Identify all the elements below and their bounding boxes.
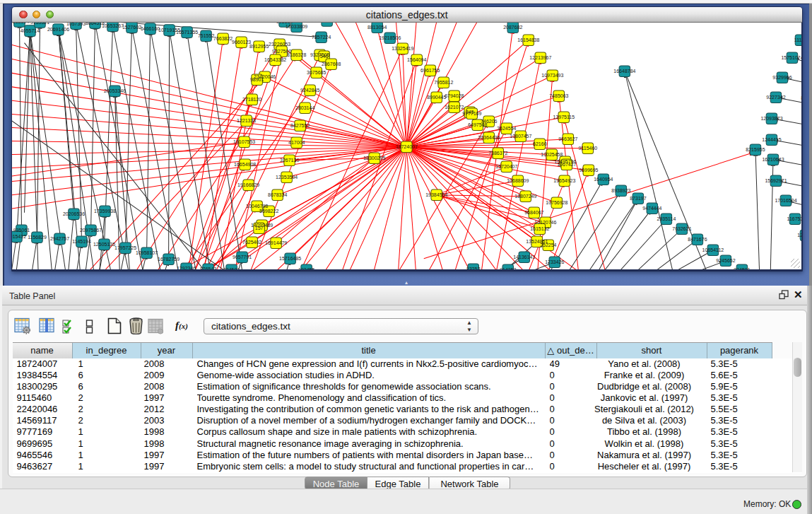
svg-text:3267130: 3267130: [280, 158, 299, 163]
svg-text:1067427: 1067427: [557, 162, 576, 167]
svg-text:20975867: 20975867: [80, 228, 102, 233]
svg-text:2087682: 2087682: [503, 25, 522, 30]
svg-text:19166829: 19166829: [237, 182, 259, 187]
svg-text:3675685: 3675685: [307, 70, 326, 75]
svg-text:15751074: 15751074: [781, 55, 802, 60]
svg-text:1564094: 1564094: [407, 57, 426, 62]
svg-text:1527602: 1527602: [122, 25, 141, 30]
svg-text:16654908: 16654908: [234, 162, 256, 167]
svg-text:10120746: 10120746: [534, 220, 556, 225]
svg-text:2935114: 2935114: [657, 216, 676, 221]
svg-text:3915412: 3915412: [12, 234, 26, 239]
svg-text:2803144: 2803144: [295, 105, 314, 110]
svg-text:7357224: 7357224: [312, 35, 331, 40]
svg-text:252254: 252254: [540, 243, 556, 247]
svg-text:6961755: 6961755: [420, 68, 440, 73]
svg-text:1292346: 1292346: [177, 266, 196, 271]
svg-text:12353594: 12353594: [276, 175, 298, 180]
svg-text:6794028: 6794028: [445, 93, 464, 98]
svg-text:8678334: 8678334: [268, 192, 287, 197]
svg-text:4055714: 4055714: [20, 28, 40, 33]
svg-text:9329966: 9329966: [772, 75, 792, 80]
svg-text:18807249: 18807249: [514, 194, 536, 199]
svg-text:8215955: 8215955: [746, 147, 765, 152]
svg-text:16033809: 16033809: [286, 24, 307, 29]
svg-text:746206: 746206: [481, 119, 497, 124]
svg-text:1621072: 1621072: [445, 105, 464, 110]
svg-text:873197: 873197: [630, 196, 646, 201]
svg-text:816304: 816304: [319, 23, 335, 23]
svg-text:10688609: 10688609: [507, 178, 529, 183]
svg-text:9463627: 9463627: [558, 136, 577, 141]
svg-text:10958107: 10958107: [136, 250, 158, 255]
svg-text:83252: 83252: [466, 267, 481, 271]
svg-text:9474444: 9474444: [642, 206, 661, 211]
svg-text:19654923: 19654923: [553, 178, 575, 183]
svg-text:9660123: 9660123: [232, 40, 251, 45]
svg-text:16210643: 16210643: [762, 157, 784, 162]
svg-text:924501: 924501: [223, 267, 240, 271]
svg-text:62160: 62160: [533, 141, 547, 146]
svg-text:12213967: 12213967: [529, 55, 551, 60]
svg-text:1057393: 1057393: [66, 23, 86, 26]
svg-text:10653267: 10653267: [102, 23, 124, 28]
svg-text:17957225: 17957225: [114, 245, 136, 250]
svg-text:6466160: 6466160: [141, 26, 160, 31]
svg-text:16543382: 16543382: [264, 57, 286, 62]
svg-text:8427552: 8427552: [290, 123, 310, 128]
svg-text:3624554: 3624554: [497, 126, 516, 131]
svg-text:1156829: 1156829: [28, 235, 47, 240]
svg-text:23226053: 23226053: [269, 42, 290, 47]
svg-text:98901: 98901: [250, 77, 264, 82]
svg-text:16782759: 16782759: [158, 257, 180, 262]
svg-text:157: 157: [255, 226, 264, 230]
svg-text:9153521: 9153521: [30, 23, 49, 25]
svg-text:9245652: 9245652: [716, 258, 735, 263]
svg-text:1145194: 1145194: [72, 239, 91, 244]
svg-text:10807457: 10807457: [510, 134, 531, 139]
svg-text:20206536: 20206536: [63, 211, 85, 216]
svg-text:8990445: 8990445: [427, 95, 446, 100]
svg-text:16154838: 16154838: [517, 37, 539, 42]
svg-text:15716485: 15716485: [279, 256, 301, 261]
svg-text:1221338: 1221338: [237, 118, 256, 123]
svg-text:10973493: 10973493: [541, 73, 563, 78]
svg-text:924501: 924501: [734, 267, 750, 271]
svg-text:16571355: 16571355: [176, 30, 198, 35]
svg-text:546: 546: [320, 54, 329, 59]
svg-text:7632621: 7632621: [672, 226, 691, 231]
svg-text:1733426: 1733426: [545, 259, 564, 264]
svg-text:4663104: 4663104: [12, 23, 29, 24]
svg-text:19218506: 19218506: [379, 35, 401, 40]
svg-text:20691406: 20691406: [47, 27, 69, 32]
svg-text:9657791: 9657791: [233, 255, 252, 259]
svg-text:9227342: 9227342: [766, 95, 785, 100]
svg-text:9699695: 9699695: [579, 168, 598, 173]
svg-text:10046798: 10046798: [246, 204, 268, 209]
svg-text:5698222: 5698222: [259, 209, 278, 214]
svg-text:10025458: 10025458: [541, 152, 563, 157]
svg-text:10756928: 10756928: [546, 200, 567, 205]
svg-text:15720407: 15720407: [495, 164, 517, 169]
svg-text:2942757: 2942757: [50, 236, 69, 241]
svg-text:7386372: 7386372: [488, 151, 507, 156]
svg-text:7625402: 7625402: [242, 240, 261, 245]
svg-text:8938923: 8938923: [611, 188, 630, 193]
svg-text:2718120: 2718120: [242, 97, 261, 102]
svg-text:18724007: 18724007: [396, 144, 418, 149]
svg-text:82714: 82714: [801, 95, 802, 100]
svg-text:20364436: 20364436: [478, 135, 500, 140]
svg-text:20053346: 20053346: [104, 88, 126, 93]
svg-text:102455: 102455: [298, 267, 314, 271]
svg-text:16107553: 16107553: [233, 139, 255, 144]
svg-text:12093873: 12093873: [760, 116, 782, 121]
svg-text:9242845: 9242845: [300, 88, 319, 93]
svg-text:13325419: 13325419: [392, 46, 413, 51]
svg-text:14136141: 14136141: [513, 255, 535, 259]
svg-text:751552: 751552: [198, 33, 214, 38]
svg-text:8186328: 8186328: [287, 52, 306, 57]
svg-text:16914479: 16914479: [265, 240, 287, 245]
svg-text:7485063: 7485063: [549, 93, 568, 98]
svg-text:122034: 122034: [797, 233, 802, 238]
svg-text:8471676: 8471676: [688, 237, 707, 242]
